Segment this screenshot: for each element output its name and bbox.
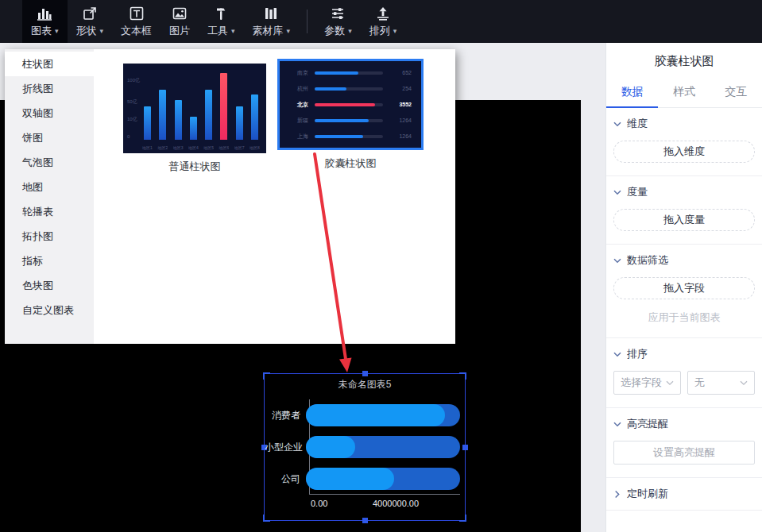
panel-tabs: 数据 样式 交互 — [606, 79, 762, 108]
menu-item-map-chart[interactable]: 地图 — [5, 175, 94, 199]
tab-data[interactable]: 数据 — [606, 79, 658, 107]
menu-item-topology-chart[interactable]: 拓扑图 — [5, 224, 94, 249]
drop-dimension-zone[interactable]: 拖入维度 — [613, 141, 755, 163]
toolbar-item-arrange[interactable]: 排列▾ — [361, 0, 406, 43]
settings-panel: 胶囊柱状图 数据 样式 交互 维度 拖入维度 度量 拖入度量 数据筛选 — [605, 43, 762, 532]
toolbar-item-label: 文本框 — [121, 24, 152, 38]
toolbar-item-label: 排列 — [369, 24, 390, 38]
image-icon — [172, 6, 188, 21]
toolbar-item-label: 图片 — [169, 24, 190, 38]
chevron-down-icon — [740, 380, 748, 386]
section-title: 度量 — [627, 185, 648, 199]
category-label: 小型企业 — [265, 441, 306, 454]
toolbar-item-tools[interactable]: 工具▾ — [199, 0, 244, 43]
section-title: 高亮提醒 — [627, 417, 668, 431]
gallery-card-normal-bar[interactable]: 100亿 50亿 10亿 0 — [123, 64, 266, 174]
resize-handle-top[interactable] — [362, 371, 368, 376]
section-dimension-header[interactable]: 维度 — [613, 108, 755, 140]
row-fill — [315, 119, 369, 122]
menu-item-dual-axis-chart[interactable]: 双轴图 — [5, 101, 94, 125]
chart-title: 未命名图表5 — [265, 378, 465, 391]
gallery-card-label: 普通柱状图 — [123, 160, 266, 174]
tab-style[interactable]: 样式 — [658, 79, 710, 107]
chevron-down-icon: ▾ — [231, 27, 235, 35]
section-sort-header[interactable]: 排序 — [613, 338, 755, 370]
bar — [190, 117, 197, 140]
menu-item-pie-chart[interactable]: 饼图 — [5, 125, 94, 150]
row-fill — [315, 87, 346, 91]
sort-order-select[interactable]: 无 — [687, 371, 755, 395]
tab-interaction[interactable]: 交互 — [710, 79, 762, 107]
chevron-down-icon — [613, 352, 621, 357]
capsule-bar-row: 公司 — [265, 468, 460, 490]
resize-handle-bottom[interactable] — [362, 518, 368, 523]
set-highlight-button[interactable]: 设置高亮提醒 — [613, 441, 755, 465]
chart-gallery: 100亿 50亿 10亿 0 — [94, 49, 455, 344]
row-fill — [315, 71, 358, 75]
sort-controls: 选择字段 无 — [613, 371, 755, 395]
chevron-down-icon: ▾ — [393, 27, 397, 35]
menu-item-carousel-table[interactable]: 轮播表 — [5, 199, 94, 224]
bar-track — [306, 436, 460, 458]
tools-icon — [213, 6, 229, 21]
resize-handle-bottom-left[interactable] — [263, 515, 270, 522]
capsule-bar-row: 小型企业 — [265, 436, 460, 458]
chevron-down-icon — [613, 422, 621, 427]
shape-icon — [82, 6, 98, 21]
toolbar-item-parameters[interactable]: 参数▾ — [315, 0, 361, 43]
menu-item-indicator[interactable]: 指标 — [5, 249, 94, 273]
toolbar-item-image[interactable]: 图片 — [161, 0, 199, 43]
menu-item-bar-chart[interactable]: 柱状图 — [5, 52, 94, 76]
menu-item-custom-chart[interactable]: 自定义图表 — [5, 298, 94, 322]
bar-fill — [306, 468, 394, 490]
bar-series — [144, 71, 258, 140]
section-highlight-header[interactable]: 高亮提醒 — [613, 408, 755, 440]
menu-item-line-chart[interactable]: 折线图 — [5, 76, 94, 101]
row-label: 新疆 — [289, 117, 308, 125]
bar — [159, 90, 166, 140]
section-data-filter-header[interactable]: 数据筛选 — [613, 245, 755, 276]
capsule-row: 上海 1264 — [289, 133, 412, 140]
row-track — [315, 119, 383, 122]
row-label: 杭州 — [289, 85, 308, 93]
bar-track — [306, 404, 460, 426]
capsule-row: 新疆 1264 — [289, 117, 412, 124]
chart-type-popup: 柱状图 折线图 双轴图 饼图 气泡图 地图 轮播表 拓扑图 指标 色块图 自定义… — [5, 49, 455, 344]
toolbar-item-charts[interactable]: 图表▾ — [22, 0, 68, 43]
toolbar-item-library[interactable]: 素材库▾ — [244, 0, 300, 43]
row-track — [315, 135, 383, 138]
capsule-bar-row: 消费者 — [265, 404, 460, 426]
toolbar-item-label: 素材库 — [253, 24, 284, 38]
menu-item-bubble-chart[interactable]: 气泡图 — [5, 150, 94, 175]
select-value: 选择字段 — [621, 376, 662, 390]
section-measure-header[interactable]: 度量 — [613, 176, 755, 208]
top-toolbar: 图表▾ 形状▾ 文本框 图片 工具▾ 素材库▾ 参数▾ 排列▾ — [0, 0, 762, 43]
capsule-row: 南京 652 — [289, 69, 412, 76]
chevron-down-icon: ▾ — [287, 27, 291, 35]
y-tick-label: 50亿 — [127, 98, 137, 106]
selected-chart-widget[interactable]: 未命名图表5 消费者 小型企业 公司 0.00 4000000.00 — [264, 373, 466, 521]
drop-measure-zone[interactable]: 拖入度量 — [613, 209, 755, 231]
menu-item-color-block-chart[interactable]: 色块图 — [5, 273, 94, 298]
resize-handle-bottom-right[interactable] — [459, 515, 466, 522]
toolbar-item-shapes[interactable]: 形状▾ — [68, 0, 113, 43]
section-sort: 排序 选择字段 无 — [606, 338, 762, 395]
x-tick-label: 地区6 — [219, 145, 229, 150]
section-timed-refresh-header[interactable]: 定时刷新 — [613, 478, 755, 510]
x-axis-tick: 4000000.00 — [373, 499, 419, 508]
y-tick-label: 0 — [127, 134, 130, 139]
x-axis-line — [309, 494, 460, 495]
y-tick-label: 100亿 — [127, 77, 140, 84]
row-label: 北京 — [289, 101, 308, 109]
chevron-down-icon: ▾ — [55, 27, 59, 35]
drop-field-zone[interactable]: 拖入字段 — [613, 277, 755, 299]
bar-fill — [306, 436, 355, 458]
row-label: 南京 — [289, 69, 308, 77]
toolbar-item-textbox[interactable]: 文本框 — [112, 0, 161, 43]
sort-field-select[interactable]: 选择字段 — [613, 371, 681, 395]
row-track — [315, 103, 383, 106]
resize-handle-right[interactable] — [462, 445, 468, 450]
toolbar-item-label: 工具 — [207, 24, 228, 38]
chevron-down-icon: ▾ — [348, 27, 352, 35]
gallery-card-capsule-bar[interactable]: 南京 652 杭州 254 北京 — [277, 59, 424, 171]
